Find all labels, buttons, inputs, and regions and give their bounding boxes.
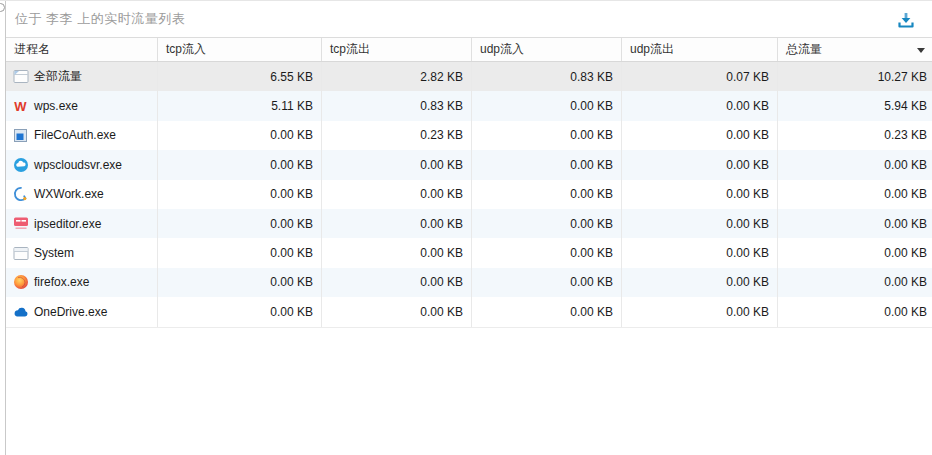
- udp-out-value: 0.00 KB: [622, 209, 778, 238]
- table-row-ipseditor[interactable]: ipseditor.exe 0.00 KB 0.00 KB 0.00 KB 0.…: [6, 209, 932, 238]
- tcp-in-value: 0.00 KB: [158, 150, 322, 179]
- column-header-tcp-in[interactable]: tcp流入: [158, 38, 322, 61]
- wps-icon: W: [12, 98, 29, 115]
- table-row-wpscloudsvr[interactable]: wpscloudsvr.exe 0.00 KB 0.00 KB 0.00 KB …: [6, 150, 932, 179]
- process-name: wpscloudsvr.exe: [34, 158, 122, 172]
- udp-in-value: 0.00 KB: [472, 297, 622, 326]
- tcp-in-value: 0.00 KB: [158, 238, 322, 267]
- tcp-in-value: 6.55 KB: [158, 62, 322, 91]
- tcp-in-value: 0.00 KB: [158, 209, 322, 238]
- tcp-out-value: 0.00 KB: [322, 238, 472, 267]
- process-name: OneDrive.exe: [34, 305, 107, 319]
- udp-in-value: 0.00 KB: [472, 150, 622, 179]
- table-row-filecoauth[interactable]: FileCoAuth.exe 0.00 KB 0.23 KB 0.00 KB 0…: [6, 121, 932, 150]
- process-name: firefox.exe: [34, 275, 89, 289]
- onedrive-cloud-icon: [12, 303, 29, 320]
- table-body: 全部流量 6.55 KB 2.82 KB 0.83 KB 0.07 KB 10.…: [6, 62, 932, 328]
- udp-in-value: 0.00 KB: [472, 180, 622, 209]
- tcp-out-value: 0.00 KB: [322, 209, 472, 238]
- panel-edge-stub-icon: [0, 3, 5, 12]
- process-name: FileCoAuth.exe: [34, 128, 116, 142]
- ipseditor-icon: [12, 215, 29, 232]
- udp-in-value: 0.00 KB: [472, 238, 622, 267]
- panel-title: 位于 李李 上的实时流量列表: [15, 10, 185, 28]
- table-row-wps[interactable]: W wps.exe 5.11 KB 0.83 KB 0.00 KB 0.00 K…: [6, 91, 932, 120]
- filecoauth-icon: [12, 127, 29, 144]
- udp-out-value: 0.00 KB: [622, 268, 778, 297]
- process-name: System: [34, 246, 74, 260]
- total-value: 10.27 KB: [778, 62, 932, 91]
- tcp-out-value: 0.00 KB: [322, 150, 472, 179]
- udp-in-value: 0.83 KB: [472, 62, 622, 91]
- table-row-wxwork[interactable]: WXWork.exe 0.00 KB 0.00 KB 0.00 KB 0.00 …: [6, 180, 932, 209]
- process-name: 全部流量: [34, 68, 82, 85]
- tcp-in-value: 0.00 KB: [158, 121, 322, 150]
- tcp-in-value: 0.00 KB: [158, 297, 322, 326]
- udp-out-value: 0.07 KB: [622, 62, 778, 91]
- tcp-out-value: 2.82 KB: [322, 62, 472, 91]
- panel-title-bar: 位于 李李 上的实时流量列表: [6, 1, 932, 38]
- table-row-all-traffic[interactable]: 全部流量 6.55 KB 2.82 KB 0.83 KB 0.07 KB 10.…: [6, 62, 932, 91]
- download-icon: [896, 10, 916, 30]
- wxwork-icon: [12, 186, 29, 203]
- total-value: 0.00 KB: [778, 238, 932, 267]
- udp-in-value: 0.00 KB: [472, 209, 622, 238]
- firefox-icon: [12, 274, 29, 291]
- column-header-process-name[interactable]: 进程名: [6, 38, 158, 61]
- window-icon: [12, 68, 29, 85]
- download-button[interactable]: [894, 8, 918, 32]
- udp-out-value: 0.00 KB: [622, 297, 778, 326]
- table-row-system[interactable]: System 0.00 KB 0.00 KB 0.00 KB 0.00 KB 0…: [6, 238, 932, 267]
- tcp-out-value: 0.00 KB: [322, 180, 472, 209]
- udp-in-value: 0.00 KB: [472, 121, 622, 150]
- total-value: 0.00 KB: [778, 209, 932, 238]
- udp-out-value: 0.00 KB: [622, 150, 778, 179]
- process-name: wps.exe: [34, 99, 78, 113]
- tcp-in-value: 0.00 KB: [158, 268, 322, 297]
- tcp-in-value: 5.11 KB: [158, 91, 322, 120]
- tcp-out-value: 0.00 KB: [322, 297, 472, 326]
- udp-out-value: 0.00 KB: [622, 180, 778, 209]
- total-value: 0.00 KB: [778, 180, 932, 209]
- udp-in-value: 0.00 KB: [472, 268, 622, 297]
- tcp-out-value: 0.83 KB: [322, 91, 472, 120]
- table-row-onedrive[interactable]: OneDrive.exe 0.00 KB 0.00 KB 0.00 KB 0.0…: [6, 297, 932, 326]
- udp-out-value: 0.00 KB: [622, 121, 778, 150]
- udp-out-value: 0.00 KB: [622, 238, 778, 267]
- tcp-out-value: 0.00 KB: [322, 268, 472, 297]
- column-header-udp-out[interactable]: udp流出: [622, 38, 778, 61]
- realtime-traffic-panel: 位于 李李 上的实时流量列表 进程名 tcp流入 tcp流出 udp流入 udp…: [6, 1, 932, 455]
- total-value: 0.00 KB: [778, 297, 932, 326]
- tcp-in-value: 0.00 KB: [158, 180, 322, 209]
- udp-in-value: 0.00 KB: [472, 91, 622, 120]
- column-header-total[interactable]: 总流量: [778, 38, 932, 61]
- chevron-down-icon[interactable]: [917, 48, 925, 53]
- column-header-tcp-out[interactable]: tcp流出: [322, 38, 472, 61]
- process-name: ipseditor.exe: [34, 217, 101, 231]
- window-icon: [12, 245, 29, 262]
- wps-cloud-icon: [12, 156, 29, 173]
- total-value: 0.23 KB: [778, 121, 932, 150]
- column-header-udp-in[interactable]: udp流入: [472, 38, 622, 61]
- table-header-row: 进程名 tcp流入 tcp流出 udp流入 udp流出 总流量: [6, 38, 932, 62]
- total-value: 0.00 KB: [778, 268, 932, 297]
- udp-out-value: 0.00 KB: [622, 91, 778, 120]
- process-name: WXWork.exe: [34, 187, 104, 201]
- total-value: 5.94 KB: [778, 91, 932, 120]
- total-value: 0.00 KB: [778, 150, 932, 179]
- tcp-out-value: 0.23 KB: [322, 121, 472, 150]
- table-row-firefox[interactable]: firefox.exe 0.00 KB 0.00 KB 0.00 KB 0.00…: [6, 268, 932, 297]
